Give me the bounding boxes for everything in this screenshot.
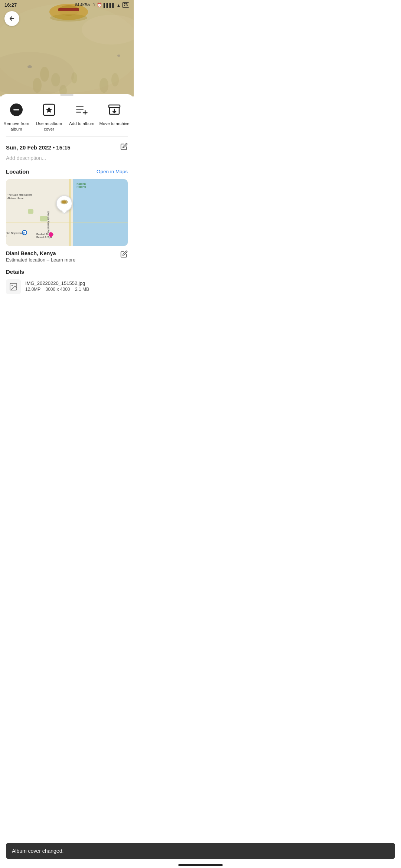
move-to-archive-button[interactable]: Move to archive	[98, 102, 131, 132]
minus-circle-icon	[8, 102, 25, 118]
svg-rect-26	[83, 112, 88, 114]
svg-rect-23	[76, 109, 84, 110]
use-as-album-cover-label: Use as albumcover	[36, 121, 62, 132]
map-label-mall: The Gate Mall Outlets-Naivas Ukund...	[7, 194, 32, 200]
speed-indicator: 84.4KB/s	[75, 3, 90, 7]
map-ocean	[73, 179, 128, 246]
svg-point-10	[111, 73, 119, 86]
remove-from-album-label: Remove fromalbum	[3, 121, 29, 132]
map-poi-hospital: H	[22, 230, 27, 235]
svg-point-17	[50, 14, 87, 22]
file-name: IMG_20220220_151552.jpg	[25, 280, 89, 286]
use-as-album-cover-button[interactable]: Use as albumcover	[33, 102, 65, 132]
svg-point-11	[27, 65, 32, 68]
location-name-block: Diani Beach, Kenya Estimated location – …	[6, 250, 75, 263]
edit-location-icon[interactable]	[120, 250, 128, 260]
map-label-road: Ukunda-Ramisi Rd	[47, 211, 50, 233]
svg-point-9	[100, 78, 108, 93]
svg-marker-21	[46, 107, 52, 113]
file-megapixels: 12.0MP	[25, 287, 40, 292]
description-input[interactable]: Add description...	[6, 155, 128, 161]
alarm-icon: ⏰	[97, 3, 102, 7]
svg-point-33	[62, 201, 66, 204]
status-bar: 16:27 84.4KB/s ☽ ⏰ ▌▌▌▌ ▲ 73	[0, 0, 134, 10]
download-button[interactable]: Down...	[131, 102, 134, 132]
status-time: 16:27	[4, 2, 17, 8]
edit-date-icon[interactable]	[120, 143, 128, 152]
svg-point-12	[117, 55, 120, 57]
date-text: Sun, 20 Feb 2022 • 15:15	[6, 144, 71, 151]
location-info: Diani Beach, Kenya Estimated location – …	[6, 250, 128, 263]
location-header: Location Open in Maps	[6, 168, 128, 175]
date-row: Sun, 20 Feb 2022 • 15:15	[6, 143, 128, 152]
move-to-archive-label: Move to archive	[99, 121, 129, 126]
beach-scene-svg	[0, 0, 134, 96]
file-details-block: IMG_20220220_151552.jpg 12.0MP 3000 x 40…	[25, 280, 89, 293]
svg-point-35	[12, 285, 13, 286]
bottom-sheet: Remove fromalbum Use as albumcover	[0, 94, 134, 294]
remove-from-album-button[interactable]: Remove fromalbum	[0, 102, 33, 132]
map-green-2	[28, 209, 33, 214]
map-container[interactable]: NationalReserve The Gate Mall Outlets-Na…	[6, 179, 128, 246]
details-title: Details	[6, 269, 128, 275]
star-box-icon	[41, 102, 57, 118]
battery-indicator: 73	[122, 2, 129, 8]
location-sublabel: Estimated location – Learn more	[6, 257, 75, 263]
learn-more-link[interactable]: Learn more	[51, 257, 75, 263]
svg-point-6	[51, 73, 60, 86]
file-metadata: 12.0MP 3000 x 4000 2.1 MB	[25, 286, 89, 293]
add-to-album-label: Add to album	[69, 121, 94, 126]
wifi-icon: ▲	[117, 3, 121, 7]
svg-point-5	[33, 78, 42, 93]
location-title: Location	[6, 168, 29, 175]
list-add-icon	[74, 102, 90, 118]
file-info-row: IMG_20220220_151552.jpg 12.0MP 3000 x 40…	[6, 279, 128, 294]
svg-rect-24	[76, 112, 81, 113]
svg-rect-19	[13, 109, 19, 111]
signal-icon: ▌▌▌▌	[104, 3, 115, 7]
moon-icon: ☽	[92, 3, 95, 7]
map-pin	[56, 195, 72, 214]
map-road-horizontal	[6, 223, 128, 223]
file-size: 2.1 MB	[75, 287, 89, 292]
file-dimensions: 3000 x 4000	[45, 287, 70, 292]
photo-area	[0, 0, 134, 96]
info-section: Sun, 20 Feb 2022 • 15:15 Add description…	[0, 137, 134, 161]
svg-point-8	[71, 72, 77, 83]
svg-rect-22	[76, 106, 84, 107]
add-to-album-button[interactable]: Add to album	[65, 102, 98, 132]
actions-row: Remove fromalbum Use as albumcover	[0, 96, 134, 137]
photo-background	[0, 0, 134, 96]
details-section: Details IMG_20220220_151552.jpg 12.0MP 3…	[0, 269, 134, 294]
map-background: NationalReserve The Gate Mall Outlets-Na…	[6, 179, 128, 246]
map-label-national-reserve: NationalReserve	[76, 183, 86, 189]
open-maps-button[interactable]: Open in Maps	[97, 169, 128, 174]
location-section: Location Open in Maps NationalReserve Th…	[0, 168, 134, 263]
location-name: Diani Beach, Kenya	[6, 250, 75, 256]
file-thumbnail-icon	[6, 279, 21, 294]
back-button[interactable]	[4, 11, 19, 26]
map-label-dispensary: aka Dispensaryi	[6, 232, 24, 238]
status-icons: 84.4KB/s ☽ ⏰ ▌▌▌▌ ▲ 73	[75, 2, 129, 8]
archive-icon	[106, 102, 123, 118]
svg-point-4	[40, 67, 49, 82]
